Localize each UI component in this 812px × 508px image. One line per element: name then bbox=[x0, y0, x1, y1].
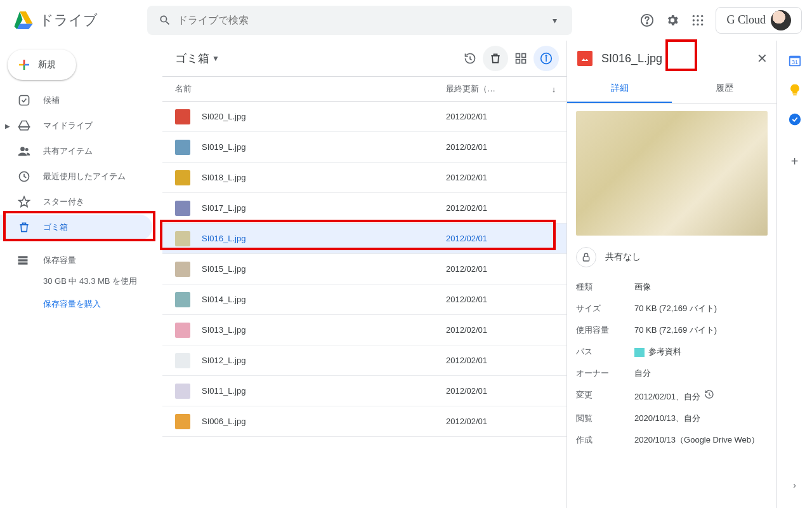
svg-rect-18 bbox=[516, 54, 520, 58]
addons-icon[interactable]: + bbox=[782, 149, 808, 174]
svg-text:31: 31 bbox=[791, 59, 797, 65]
details-panel: SI016_L.jpg ✕ 詳細 履歴 共有なし 種類画像 サイズ70 KB (… bbox=[567, 41, 776, 508]
file-row[interactable]: SI012_L.jpg2012/02/01 bbox=[162, 345, 566, 376]
nav-priority[interactable]: 候補 bbox=[0, 88, 152, 113]
svg-point-23 bbox=[546, 55, 547, 57]
svg-rect-11 bbox=[20, 96, 29, 105]
share-status: 共有なし bbox=[605, 251, 641, 263]
search-icon[interactable] bbox=[152, 14, 178, 27]
file-row[interactable]: SI020_L.jpg2012/02/01 bbox=[162, 102, 566, 132]
svg-rect-20 bbox=[516, 60, 520, 64]
svg-point-9 bbox=[697, 23, 699, 25]
sidebar: 新規 候補 ▶ マイドライブ 共有アイテム 最近使用したアイテム スター付き ゴ… bbox=[0, 41, 162, 508]
table-header: 名前 最終更新（… ↓ bbox=[162, 76, 566, 102]
close-icon[interactable]: ✕ bbox=[757, 51, 768, 66]
collapse-panel-icon[interactable]: › bbox=[782, 472, 808, 498]
svg-rect-19 bbox=[522, 54, 526, 58]
search-input[interactable] bbox=[178, 15, 542, 26]
side-panel: 31 + › bbox=[776, 41, 812, 508]
file-row[interactable]: SI011_L.jpg2012/02/01 bbox=[162, 376, 566, 406]
app-title: ドライブ bbox=[39, 11, 147, 30]
storage-used: 30 GB 中 43.3 MB を使用 bbox=[43, 276, 162, 287]
apps-icon[interactable] bbox=[685, 8, 710, 33]
expand-arrow-icon[interactable]: ▶ bbox=[5, 123, 16, 130]
new-button[interactable]: 新規 bbox=[8, 50, 76, 80]
file-date: 2012/02/01 bbox=[446, 173, 541, 182]
path-folder[interactable]: 参考資料 bbox=[634, 346, 768, 358]
calendar-app-icon[interactable]: 31 bbox=[782, 48, 808, 74]
info-icon[interactable] bbox=[534, 46, 559, 71]
tasks-app-icon[interactable] bbox=[782, 107, 808, 132]
file-row[interactable]: SI017_L.jpg2012/02/01 bbox=[162, 193, 566, 224]
file-row[interactable]: SI006_L.jpg2012/02/01 bbox=[162, 406, 566, 437]
col-date[interactable]: 最終更新（… bbox=[446, 83, 541, 95]
account-chip[interactable]: G Cloud bbox=[716, 7, 802, 34]
file-name: SI012_L.jpg bbox=[202, 356, 446, 365]
search-dropdown-icon[interactable]: ▾ bbox=[542, 15, 567, 25]
file-date: 2012/02/01 bbox=[446, 264, 541, 274]
file-row[interactable]: SI015_L.jpg2012/02/01 bbox=[162, 254, 566, 284]
lock-icon bbox=[576, 247, 596, 267]
tab-history[interactable]: 履歴 bbox=[672, 75, 776, 103]
file-row[interactable]: SI018_L.jpg2012/02/01 bbox=[162, 163, 566, 193]
nav-starred[interactable]: スター付き bbox=[0, 189, 152, 215]
file-date: 2012/02/01 bbox=[446, 356, 541, 365]
recent-icon bbox=[16, 170, 32, 183]
nav-my-drive[interactable]: ▶ マイドライブ bbox=[0, 113, 152, 138]
file-row[interactable]: SI019_L.jpg2012/02/01 bbox=[162, 132, 566, 163]
svg-point-8 bbox=[693, 23, 695, 25]
keep-app-icon[interactable] bbox=[782, 77, 808, 103]
svg-point-2 bbox=[693, 15, 695, 17]
svg-point-3 bbox=[697, 15, 699, 17]
breadcrumb[interactable]: ゴミ箱 ▼ bbox=[170, 51, 219, 66]
nav-trash[interactable]: ゴミ箱 bbox=[0, 215, 152, 240]
file-row[interactable]: SI013_L.jpg2012/02/01 bbox=[162, 315, 566, 345]
svg-point-6 bbox=[697, 19, 699, 21]
history-icon[interactable] bbox=[704, 392, 714, 401]
nav-shared[interactable]: 共有アイテム bbox=[0, 138, 152, 164]
search-bar[interactable]: ▾ bbox=[147, 6, 572, 35]
file-thumb-icon bbox=[175, 384, 190, 399]
help-icon[interactable] bbox=[634, 8, 660, 33]
file-name: SI016_L.jpg bbox=[202, 234, 446, 243]
file-thumb-icon bbox=[175, 414, 190, 429]
file-thumb-icon bbox=[175, 109, 190, 124]
file-name: SI013_L.jpg bbox=[202, 325, 446, 335]
col-name[interactable]: 名前 bbox=[175, 83, 446, 95]
restore-icon[interactable] bbox=[457, 46, 483, 71]
svg-point-5 bbox=[693, 19, 695, 21]
new-button-label: 新規 bbox=[38, 59, 56, 70]
svg-point-13 bbox=[25, 148, 29, 151]
svg-rect-16 bbox=[18, 259, 28, 261]
nav-storage[interactable]: 保存容量 bbox=[16, 248, 162, 273]
chevron-down-icon[interactable]: ▼ bbox=[212, 54, 219, 63]
file-thumb-icon bbox=[175, 140, 190, 155]
file-row[interactable]: SI014_L.jpg2012/02/01 bbox=[162, 284, 566, 315]
file-name: SI011_L.jpg bbox=[202, 386, 446, 396]
folder-icon bbox=[634, 348, 645, 357]
drive-logo-icon[interactable] bbox=[10, 8, 36, 33]
nav-recent[interactable]: 最近使用したアイテム bbox=[0, 164, 152, 189]
avatar[interactable] bbox=[771, 10, 791, 30]
svg-point-7 bbox=[701, 19, 703, 21]
image-file-icon bbox=[577, 51, 593, 66]
file-row[interactable]: SI016_L.jpg2012/02/01 bbox=[162, 224, 566, 254]
grid-view-icon[interactable] bbox=[508, 46, 534, 71]
file-name: SI015_L.jpg bbox=[202, 264, 446, 274]
preview-image[interactable] bbox=[576, 111, 768, 236]
settings-icon[interactable] bbox=[660, 8, 685, 33]
metadata: 種類画像 サイズ70 KB (72,169 バイト) 使用容量70 KB (72… bbox=[567, 274, 776, 453]
svg-rect-28 bbox=[793, 94, 797, 95]
buy-storage-link[interactable]: 保存容量を購入 bbox=[43, 298, 162, 310]
tab-details[interactable]: 詳細 bbox=[567, 75, 672, 103]
svg-point-29 bbox=[789, 114, 800, 125]
file-date: 2012/02/01 bbox=[446, 112, 541, 121]
sort-arrow-icon[interactable]: ↓ bbox=[541, 84, 566, 94]
trash-icon bbox=[16, 221, 32, 234]
delete-forever-icon[interactable] bbox=[483, 46, 508, 71]
file-date: 2012/02/01 bbox=[446, 417, 541, 426]
file-thumb-icon bbox=[175, 323, 190, 338]
file-thumb-icon bbox=[175, 170, 190, 185]
star-icon bbox=[16, 196, 32, 208]
details-title: SI016_L.jpg bbox=[601, 52, 757, 65]
